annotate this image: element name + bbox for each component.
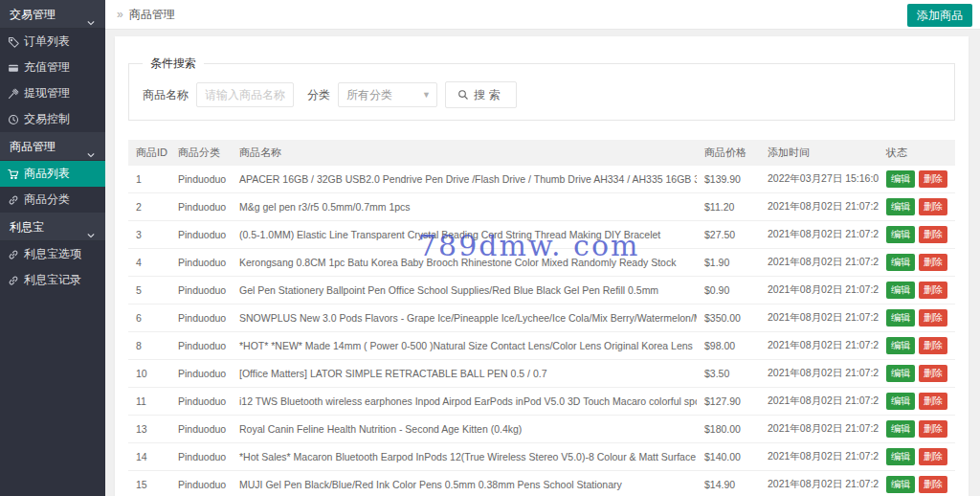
edit-button[interactable]: 编辑 xyxy=(886,226,915,243)
cell-product-name: *Hot Sales* Macaron Bluetooth Earpod InP… xyxy=(232,443,697,471)
edit-button[interactable]: 编辑 xyxy=(886,254,915,271)
table-row: 2PinduoduoM&g gel pen r3/r5 0.5mm/0.7mm … xyxy=(128,193,955,221)
column-header: 状态 xyxy=(879,140,955,166)
link-icon xyxy=(8,275,19,286)
sidebar: 交易管理订单列表充值管理提现管理交易控制商品管理商品列表商品分类利息宝利息宝选项… xyxy=(0,0,105,496)
link-icon xyxy=(8,249,19,260)
cell-category: Pinduoduo xyxy=(170,388,232,416)
delete-button[interactable]: 删除 xyxy=(919,198,947,215)
edit-button[interactable]: 编辑 xyxy=(886,365,915,382)
search-button-label: 搜索 xyxy=(474,87,504,103)
edit-button[interactable]: 编辑 xyxy=(886,282,915,299)
chevron-down-icon xyxy=(86,10,96,19)
edit-button[interactable]: 编辑 xyxy=(886,420,915,438)
cell-product-id: 10 xyxy=(128,360,170,388)
delete-button[interactable]: 删除 xyxy=(919,254,947,271)
cell-product-name: SNOWPLUS New 3.0 Pods Flavors - Grape Ic… xyxy=(232,304,697,332)
cell-product-name: Kerongsang 0.8CM 1pc Batu Korea Baby Bro… xyxy=(232,249,697,277)
delete-button[interactable]: 删除 xyxy=(919,226,947,243)
chevron-down-icon xyxy=(86,142,96,151)
cell-category: Pinduoduo xyxy=(170,360,232,388)
cell-product-id: 15 xyxy=(128,471,170,496)
cell-category: Pinduoduo xyxy=(170,249,232,277)
sidebar-item-交易控制[interactable]: 交易控制 xyxy=(0,106,105,132)
search-icon xyxy=(457,89,469,101)
delete-button[interactable]: 删除 xyxy=(919,170,947,188)
edit-button[interactable]: 编辑 xyxy=(886,170,915,188)
content-card: 条件搜索 商品名称 分类 所有分类 ▼ 搜索 商品ID商品分类商品名称商品价格添… xyxy=(115,36,969,496)
sidebar-item-label: 商品分类 xyxy=(24,187,70,213)
cell-status-actions: 编辑删除 xyxy=(879,166,955,193)
sidebar-item-订单列表[interactable]: 订单列表 xyxy=(0,29,105,55)
delete-button[interactable]: 删除 xyxy=(919,309,947,327)
cell-price: $0.90 xyxy=(697,277,760,304)
search-button[interactable]: 搜索 xyxy=(445,81,517,108)
product-name-input[interactable] xyxy=(196,82,294,107)
cell-status-actions: 编辑删除 xyxy=(879,249,955,277)
category-select[interactable]: 所有分类 ▼ xyxy=(338,82,437,107)
table-row: 8Pinduoduo*HOT* *NEW* Made 14mm ( Power … xyxy=(128,332,955,360)
sidebar-item-label: 订单列表 xyxy=(24,29,70,55)
cell-status-actions: 编辑删除 xyxy=(879,416,955,443)
page-title: 商品管理 xyxy=(129,8,175,21)
cell-product-id: 4 xyxy=(128,249,170,277)
delete-button[interactable]: 删除 xyxy=(919,282,947,299)
edit-button[interactable]: 编辑 xyxy=(886,337,915,354)
edit-button[interactable]: 编辑 xyxy=(886,393,915,410)
sidebar-item-利息宝记录[interactable]: 利息宝记录 xyxy=(0,267,105,293)
cell-category: Pinduoduo xyxy=(170,221,232,249)
table-row: 4PinduoduoKerongsang 0.8CM 1pc Batu Kore… xyxy=(128,249,955,277)
table-row: 1PinduoduoAPACER 16GB / 32GB USB2.0 Pend… xyxy=(128,166,955,193)
cell-status-actions: 编辑删除 xyxy=(879,277,955,304)
cell-product-id: 2 xyxy=(128,193,170,221)
sidebar-item-label: 商品列表 xyxy=(24,161,70,187)
delete-button[interactable]: 删除 xyxy=(919,448,947,465)
delete-button[interactable]: 删除 xyxy=(919,476,947,493)
column-header: 商品价格 xyxy=(697,140,760,166)
chevron-down-icon xyxy=(86,222,96,232)
column-header: 商品名称 xyxy=(232,140,697,166)
product-table: 商品ID商品分类商品名称商品价格添加时间状态 1PinduoduoAPACER … xyxy=(128,140,955,496)
table-row: 14Pinduoduo*Hot Sales* Macaron Bluetooth… xyxy=(128,443,955,471)
sidebar-item-label: 利息宝记录 xyxy=(24,267,81,293)
delete-button[interactable]: 删除 xyxy=(919,365,947,382)
cart-icon xyxy=(8,169,19,180)
cell-product-name: *HOT* *NEW* Made 14mm ( Power 0-500 )Nat… xyxy=(232,332,697,360)
table-row: 10Pinduoduo[Office Matters] LATOR SIMPLE… xyxy=(128,360,955,388)
sidebar-item-商品列表[interactable]: 商品列表 xyxy=(0,161,105,187)
sidebar-item-充值管理[interactable]: 充值管理 xyxy=(0,55,105,80)
delete-button[interactable]: 删除 xyxy=(919,337,947,354)
chevron-down-icon: ▼ xyxy=(422,90,431,100)
add-product-button[interactable]: 添加商品 xyxy=(907,4,972,27)
cell-status-actions: 编辑删除 xyxy=(879,332,955,360)
cell-added-time: 2021年08月02日 21:07:29 xyxy=(760,416,879,443)
cell-added-time: 2021年08月02日 21:07:29 xyxy=(760,443,879,471)
sidebar-item-利息宝选项[interactable]: 利息宝选项 xyxy=(0,241,105,267)
cell-added-time: 2022年03月27日 15:16:06 xyxy=(760,166,879,193)
cell-added-time: 2021年08月02日 21:07:29 xyxy=(760,221,879,249)
sidebar-item-商品分类[interactable]: 商品分类 xyxy=(0,187,105,213)
sidebar-item-label: 充值管理 xyxy=(24,55,70,80)
sidebar-item-提现管理[interactable]: 提现管理 xyxy=(0,80,105,106)
cell-price: $14.90 xyxy=(697,471,760,496)
delete-button[interactable]: 删除 xyxy=(919,420,947,438)
search-panel: 条件搜索 商品名称 分类 所有分类 ▼ 搜索 xyxy=(128,56,955,121)
cell-product-id: 5 xyxy=(128,277,170,304)
edit-button[interactable]: 编辑 xyxy=(886,448,915,465)
cell-category: Pinduoduo xyxy=(170,443,232,471)
edit-button[interactable]: 编辑 xyxy=(886,476,915,493)
sidebar-section-商品管理[interactable]: 商品管理 xyxy=(0,132,105,161)
edit-button[interactable]: 编辑 xyxy=(886,309,915,327)
cell-price: $180.00 xyxy=(697,416,760,443)
sidebar-item-label: 利息宝选项 xyxy=(24,241,81,267)
cell-product-id: 6 xyxy=(128,304,170,332)
sidebar-section-利息宝[interactable]: 利息宝 xyxy=(0,213,105,241)
clock-icon xyxy=(8,114,19,125)
sidebar-section-交易管理[interactable]: 交易管理 xyxy=(0,0,105,29)
delete-button[interactable]: 删除 xyxy=(919,393,947,410)
cell-added-time: 2021年08月02日 21:07:29 xyxy=(760,304,879,332)
table-row: 3Pinduoduo(0.5-1.0MM) Elastic Line Trans… xyxy=(128,221,955,249)
sidebar-item-label: 交易控制 xyxy=(24,106,70,132)
cell-category: Pinduoduo xyxy=(170,332,232,360)
edit-button[interactable]: 编辑 xyxy=(886,198,915,215)
